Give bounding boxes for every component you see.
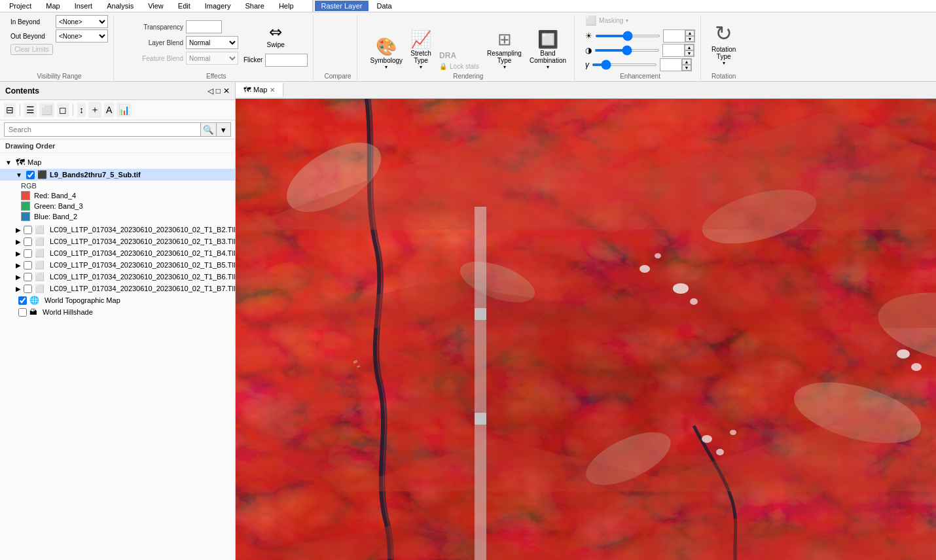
map-canvas[interactable]: 81: [236, 99, 936, 560]
brightness-down[interactable]: ▼: [685, 36, 694, 42]
map-tab[interactable]: 🗺 Map ✕: [236, 83, 283, 97]
filter-by-map-button[interactable]: ⊟: [4, 103, 16, 117]
resampling-type-button[interactable]: ⊞ Resampling Type ▾: [484, 28, 524, 71]
green-swatch: [21, 201, 30, 211]
flicker-input[interactable]: 500.0 ms: [265, 54, 308, 67]
transparency-input[interactable]: 0.0%: [186, 20, 222, 33]
tab-imagery[interactable]: Imagery: [198, 1, 238, 11]
dra-button[interactable]: DRA: [439, 51, 479, 60]
symbology-button[interactable]: 🎨 Symbology ▾: [368, 35, 405, 71]
tree-map-node[interactable]: ▼ 🗺 Map: [0, 156, 235, 169]
b2-expand-icon[interactable]: ▶: [16, 226, 21, 234]
b4-checkbox[interactable]: [24, 249, 32, 258]
feature-blend-select[interactable]: Normal: [186, 52, 238, 65]
world-hillshade-checkbox[interactable]: [18, 308, 27, 317]
gamma-slider[interactable]: [592, 63, 657, 66]
layer-blend-select[interactable]: Normal: [186, 36, 238, 49]
rotation-type-button[interactable]: ↻ Rotation Type ▾: [711, 21, 736, 66]
out-beyond-row: Out Beyond <None>: [10, 29, 108, 43]
b5-checkbox[interactable]: [24, 261, 32, 270]
world-hillshade-item[interactable]: 🏔 World Hillshade: [0, 306, 235, 318]
label-button[interactable]: A: [104, 103, 114, 117]
tab-map[interactable]: Map: [39, 1, 66, 11]
b7-checkbox[interactable]: [24, 285, 32, 293]
layer-item-b7[interactable]: ▶ ⬜ LC09_L1TP_017034_20230610_20230610_0…: [0, 283, 235, 294]
tab-analysis[interactable]: Analysis: [100, 1, 140, 11]
panel-close-button[interactable]: ✕: [223, 86, 230, 96]
brightness-slider[interactable]: [595, 35, 660, 37]
tab-help[interactable]: Help: [272, 1, 300, 11]
tab-project[interactable]: Project: [3, 1, 38, 11]
b6-expand-icon[interactable]: ▶: [16, 273, 21, 281]
tab-edit[interactable]: Edit: [171, 1, 197, 11]
layer-view-button[interactable]: ⬜: [39, 103, 54, 117]
layer-item-b5[interactable]: ▶ ⬜ LC09_L1TP_017034_20230610_20230610_0…: [0, 259, 235, 271]
map-tab-close-button[interactable]: ✕: [270, 86, 275, 94]
panel-float-button[interactable]: □: [216, 86, 221, 96]
map-tabs: 🗺 Map ✕: [236, 82, 936, 99]
b7-expand-icon[interactable]: ▶: [16, 285, 21, 292]
b3-checkbox[interactable]: [24, 237, 32, 246]
brightness-input[interactable]: 0: [664, 30, 685, 42]
draw-order-button[interactable]: ↕: [77, 103, 86, 117]
gamma-spinner-btns: ▲ ▼: [681, 59, 691, 71]
in-beyond-label: In Beyond: [10, 18, 53, 26]
rgb-item-red: Red: Band_4: [21, 191, 230, 200]
layer-blend-label: Layer Blend: [124, 39, 183, 46]
tab-raster-layer[interactable]: Raster Layer: [315, 1, 369, 11]
effects-group: Transparency 0.0% Layer Blend Normal Fea…: [119, 15, 314, 82]
gamma-down[interactable]: ▼: [682, 65, 691, 71]
add-layer-button[interactable]: ＋: [88, 102, 101, 118]
tab-insert[interactable]: Insert: [68, 1, 99, 11]
gamma-spinner: 1.7 ▲ ▼: [660, 58, 692, 71]
list-view-button[interactable]: ☰: [24, 103, 37, 117]
brightness-up[interactable]: ▲: [685, 30, 694, 36]
search-button[interactable]: 🔍: [201, 122, 217, 137]
search-dropdown-button[interactable]: ▾: [217, 122, 231, 137]
b3-label: LC09_L1TP_017034_20230610_20230610_02_T1…: [50, 237, 235, 245]
masking-label: Masking: [599, 17, 623, 24]
rotation-label: Rotation: [711, 71, 736, 80]
panel-pin-button[interactable]: ◁: [207, 86, 213, 96]
in-beyond-select[interactable]: <None>: [56, 15, 108, 28]
tab-view[interactable]: View: [141, 1, 170, 11]
b2-checkbox[interactable]: [24, 226, 32, 234]
out-beyond-select[interactable]: <None>: [56, 29, 108, 43]
chart-button[interactable]: 📊: [117, 103, 132, 117]
b4-icon: ⬜: [35, 249, 45, 258]
layer-item-b2[interactable]: ▶ ⬜ LC09_L1TP_017034_20230610_20230610_0…: [0, 224, 235, 236]
b5-icon: ⬜: [35, 260, 45, 270]
b7-icon: ⬜: [35, 284, 45, 293]
map-collapse-icon[interactable]: ▼: [5, 159, 13, 166]
layer-item-b6[interactable]: ▶ ⬜ LC09_L1TP_017034_20230610_20230610_0…: [0, 271, 235, 283]
world-topo-item[interactable]: 🌐 World Topographic Map: [0, 294, 235, 306]
clear-limits-button[interactable]: Clear Limits: [10, 44, 53, 55]
b5-expand-icon[interactable]: ▶: [16, 262, 21, 269]
contrast-up[interactable]: ▲: [685, 44, 694, 50]
active-layer-checkbox[interactable]: [26, 171, 35, 179]
b4-expand-icon[interactable]: ▶: [16, 250, 21, 257]
layer-item-b3[interactable]: ▶ ⬜ LC09_L1TP_017034_20230610_20230610_0…: [0, 236, 235, 247]
contrast-slider[interactable]: [594, 49, 660, 52]
gamma-input[interactable]: 1.7: [660, 59, 681, 71]
stretch-type-button[interactable]: 📈 Stretch Type ▾: [408, 28, 434, 71]
gamma-up[interactable]: ▲: [682, 59, 691, 65]
active-layer-item[interactable]: ▼ ⬛ L9_Bands2thru7_5_Sub.tif: [0, 169, 235, 181]
tab-share[interactable]: Share: [239, 1, 271, 11]
layer-item-b4[interactable]: ▶ ⬜ LC09_L1TP_017034_20230610_20230610_0…: [0, 247, 235, 259]
contrast-input[interactable]: 0: [663, 44, 684, 56]
contrast-down[interactable]: ▼: [685, 50, 694, 56]
world-topo-checkbox[interactable]: [18, 296, 27, 305]
search-input[interactable]: [4, 122, 201, 137]
tab-data[interactable]: Data: [370, 1, 398, 11]
selection-view-button[interactable]: ◻: [57, 103, 69, 117]
swipe-button[interactable]: ⇔ Swipe: [264, 20, 287, 51]
ribbon: Project Map Insert Analysis View Edit Im…: [0, 0, 936, 82]
band-combination-button[interactable]: 🔲 Band Combination ▾: [527, 28, 569, 71]
rendering-label: Rendering: [368, 71, 569, 80]
clear-limits-row: Clear Limits: [10, 44, 53, 55]
b6-checkbox[interactable]: [24, 273, 32, 281]
layer-collapse-icon[interactable]: ▼: [16, 171, 24, 179]
b3-expand-icon[interactable]: ▶: [16, 238, 21, 245]
hillshade-icon: 🏔: [29, 307, 37, 317]
